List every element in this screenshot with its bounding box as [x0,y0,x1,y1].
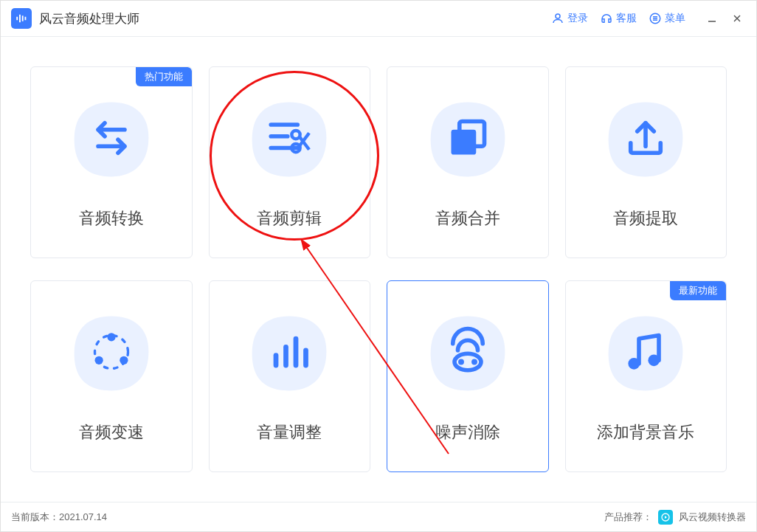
content: 热门功能 音频转换 [1,37,756,502]
card-label: 音频合并 [435,207,500,229]
merge-icon [441,111,494,167]
svg-point-4 [556,14,560,18]
recommend-label: 产品推荐： [604,511,652,524]
menu-icon [649,12,662,25]
support-button[interactable]: 客服 [600,12,637,25]
recommend-product-icon [658,510,673,525]
row-1: 热门功能 音频转换 [30,66,727,258]
volume-icon [263,325,316,381]
icon-bg [245,309,333,398]
svg-point-26 [120,356,128,365]
recommend-product[interactable]: 风云视频转换器 [679,511,746,524]
card-label: 噪声消除 [435,421,500,443]
version-value: 2021.07.14 [59,511,107,522]
svg-rect-1 [19,15,21,23]
version-label: 当前版本： [11,511,59,522]
card-label: 音频转换 [79,207,144,229]
badge-hot: 热门功能 [136,67,192,86]
icon-bg [67,309,156,398]
header: 风云音频处理大师 登录 客服 菜单 [1,1,756,37]
svg-rect-21 [451,130,476,155]
minimize-button[interactable] [703,10,721,27]
svg-point-33 [471,359,477,365]
login-button[interactable]: 登录 [551,12,588,25]
menu-button[interactable]: 菜单 [649,12,685,25]
close-button[interactable] [728,10,746,27]
svg-point-25 [94,356,103,365]
music-icon [619,325,672,381]
minimize-icon [707,13,717,24]
icon-bg [245,95,333,184]
svg-rect-3 [25,17,27,21]
card-audio-speed[interactable]: 音频变速 [30,280,193,472]
video-converter-icon [661,513,670,522]
headset-icon [600,12,613,25]
noise-icon [441,325,494,381]
svg-point-35 [649,355,660,367]
header-left: 风云音频处理大师 [11,8,139,29]
close-icon [732,13,742,24]
card-add-bgm[interactable]: 最新功能 添加背景音乐 [565,280,727,472]
card-label: 音频剪辑 [257,207,322,229]
footer-right: 产品推荐： 风云视频转换器 [604,510,746,525]
footer: 当前版本：2021.07.14 产品推荐： 风云视频转换器 [1,502,756,531]
card-audio-merge[interactable]: 音频合并 [387,66,549,258]
login-label: 登录 [567,12,588,25]
convert-icon [85,111,138,167]
card-label: 添加背景音乐 [597,421,694,443]
svg-rect-2 [22,15,24,21]
svg-point-32 [458,359,464,365]
app-logo [11,8,32,29]
icon-bg [601,95,690,184]
speed-icon [85,325,138,381]
icon-bg [67,95,156,184]
row-2: 音频变速 音量调整 [30,280,727,472]
svg-point-24 [107,334,115,342]
icon-bg [424,95,512,184]
window-controls [703,10,746,27]
badge-new: 最新功能 [670,281,726,300]
card-volume-adjust[interactable]: 音量调整 [209,280,371,472]
menu-label: 菜单 [665,12,685,25]
card-audio-cut[interactable]: 音频剪辑 [209,66,371,258]
header-right: 登录 客服 菜单 [551,10,746,27]
card-audio-extract[interactable]: 音频提取 [565,66,727,258]
icon-bg [424,309,512,398]
logo-icon [15,12,28,25]
icon-bg [601,309,690,398]
cut-icon [263,111,316,167]
card-label: 音量调整 [257,421,322,443]
version-info: 当前版本：2021.07.14 [11,511,107,524]
app-title: 风云音频处理大师 [39,10,139,27]
extract-icon [619,111,672,167]
card-label: 音频变速 [79,421,144,443]
card-noise-remove[interactable]: 噪声消除 [387,280,549,472]
card-audio-convert[interactable]: 热门功能 音频转换 [30,66,193,258]
svg-point-34 [629,358,640,370]
user-icon [551,12,564,25]
svg-rect-0 [16,17,18,21]
card-label: 音频提取 [613,207,678,229]
support-label: 客服 [616,12,637,25]
